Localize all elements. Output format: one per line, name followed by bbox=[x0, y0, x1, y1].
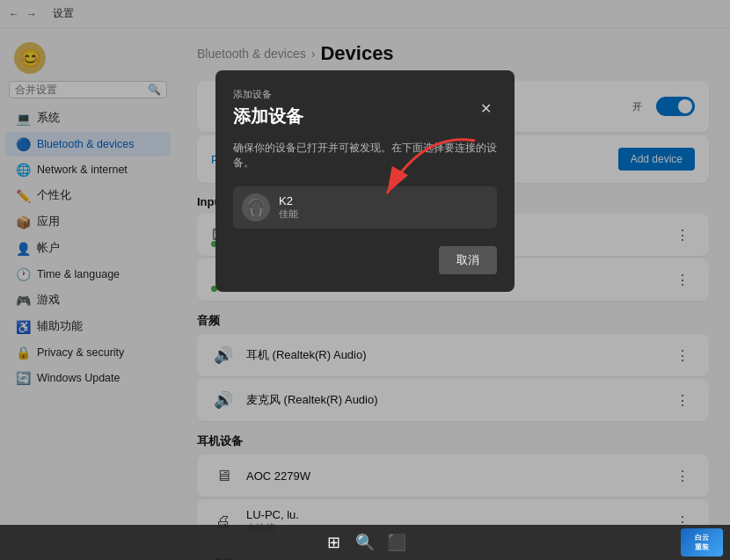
modal-device-name: K2 bbox=[279, 194, 298, 207]
modal-device-status: 佳能 bbox=[279, 207, 298, 221]
modal-overlay: 添加设备 添加设备 ✕ 确保你的设备已打开并可被发现。在下面选择要连接的设备。 … bbox=[0, 0, 730, 525]
taskbar-corner: 白云重装 bbox=[681, 525, 723, 560]
modal-title-big: 添加设备 bbox=[233, 105, 303, 128]
start-button[interactable]: ⊞ bbox=[319, 528, 347, 556]
modal-title-small: 添加设备 bbox=[233, 88, 303, 101]
taskbar: ⊞ 🔍 ⬛ 白云重装 bbox=[0, 525, 730, 560]
modal-device-item[interactable]: 🎧 K2 佳能 bbox=[233, 186, 497, 229]
modal-footer: 取消 bbox=[233, 246, 497, 274]
modal-close-button[interactable]: ✕ bbox=[475, 98, 497, 119]
modal-header: 添加设备 添加设备 ✕ bbox=[233, 88, 497, 128]
modal-description: 确保你的设备已打开并可被发现。在下面选择要连接的设备。 bbox=[233, 141, 497, 171]
taskview-button[interactable]: ⬛ bbox=[383, 528, 411, 556]
watermark-badge: 白云重装 bbox=[681, 528, 723, 556]
modal-cancel-button[interactable]: 取消 bbox=[439, 246, 497, 274]
add-device-modal: 添加设备 添加设备 ✕ 确保你的设备已打开并可被发现。在下面选择要连接的设备。 … bbox=[215, 70, 515, 292]
watermark-text: 白云重装 bbox=[695, 533, 709, 552]
search-taskbar-button[interactable]: 🔍 bbox=[351, 528, 379, 556]
modal-device-icon: 🎧 bbox=[242, 193, 270, 222]
